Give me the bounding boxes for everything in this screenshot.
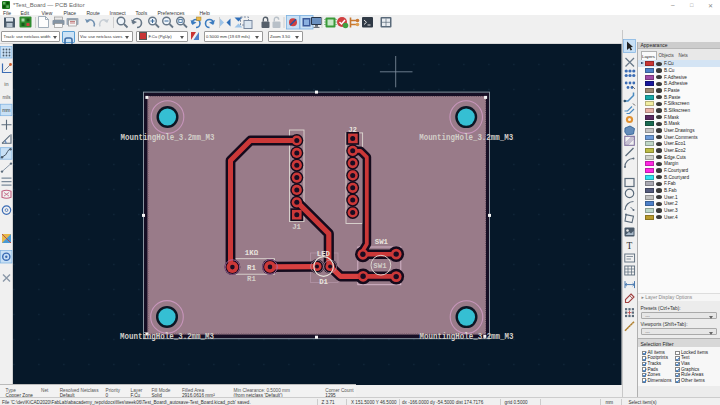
svg-text:mils: mils — [2, 95, 11, 100]
svg-text:MountingHole_3.2mm_M3: MountingHole_3.2mm_M3 — [120, 332, 214, 342]
svg-text:R1: R1 — [247, 264, 256, 272]
svg-text:MountingHole_3.2mm_M3: MountingHole_3.2mm_M3 — [121, 133, 215, 143]
svg-text:SW1: SW1 — [373, 261, 387, 269]
svg-text:D1: D1 — [319, 278, 328, 286]
svg-text:1KΩ: 1KΩ — [245, 249, 259, 257]
svg-text:mm: mm — [2, 107, 10, 113]
svg-text:SW1: SW1 — [375, 238, 389, 246]
svg-text:J1: J1 — [292, 222, 301, 230]
svg-text:R1: R1 — [247, 274, 256, 282]
svg-text:in: in — [4, 80, 8, 86]
svg-text:MountingHole_3.2mm_M3: MountingHole_3.2mm_M3 — [420, 332, 514, 342]
svg-text:T: T — [626, 240, 632, 250]
svg-text:MountingHole_3.2mm_M3: MountingHole_3.2mm_M3 — [419, 133, 513, 143]
svg-text:LED: LED — [317, 249, 331, 257]
svg-text:J2: J2 — [348, 125, 357, 133]
